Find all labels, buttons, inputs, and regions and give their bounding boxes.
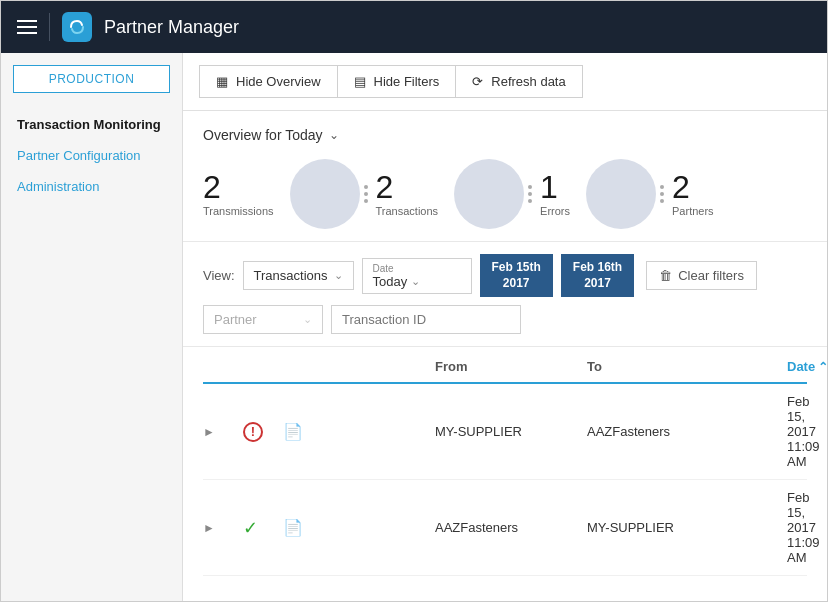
chevron-down-icon[interactable]: ⌄ [329, 128, 339, 142]
sort-asc-icon[interactable]: ⌃ [818, 360, 827, 374]
filter-row-1: View: Transactions ⌄ Date Today ⌄ Feb 15… [203, 254, 807, 297]
refresh-data-button[interactable]: ⟳ Refresh data [455, 65, 582, 98]
overview-title: Overview for Today ⌄ [203, 127, 807, 143]
table-row: ► ✓ 📄 AAZFasteners MY-SUPPLIER Feb 15, 2… [203, 480, 807, 576]
col-date[interactable]: Date [787, 359, 815, 374]
overview-metrics: 2 Transmissions 2 Transactions [203, 159, 807, 229]
sidebar: PRODUCTION Transaction Monitoring Partne… [1, 53, 183, 601]
transaction-id-input[interactable] [331, 305, 521, 334]
date-value-2: Feb 15, 2017 11:09 AM [787, 490, 807, 565]
doc-icon-1: 📄 [283, 422, 435, 441]
content-area: ▦ Hide Overview ▤ Hide Filters ⟳ Refresh… [183, 53, 827, 601]
view-dropdown[interactable]: Transactions ⌄ [243, 261, 354, 290]
date-value-1: Feb 15, 2017 11:09 AM [787, 394, 807, 469]
date-dropdown[interactable]: Date Today ⌄ [362, 258, 472, 294]
expand-arrow-2[interactable]: ► [203, 521, 243, 535]
table-row: ► ! 📄 MY-SUPPLIER AAZFasteners Feb 15, 2… [203, 384, 807, 480]
sidebar-item-administration[interactable]: Administration [1, 171, 182, 202]
top-bar: Partner Manager [1, 1, 827, 53]
filters-section: View: Transactions ⌄ Date Today ⌄ Feb 15… [183, 242, 827, 347]
table-section: From To Date ⌃ ► ! 📄 MY-SUPPLIER AAZFast… [183, 347, 827, 601]
col-doc [283, 359, 435, 374]
divider [49, 13, 50, 41]
table-header: From To Date ⌃ [203, 351, 807, 384]
filter-row-2: Partner ⌄ [203, 305, 807, 334]
sidebar-item-transaction-monitoring[interactable]: Transaction Monitoring [1, 109, 182, 140]
from-value-2: AAZFasteners [435, 520, 587, 535]
metric-errors: 1 Errors [540, 171, 570, 217]
chevron-down-icon: ⌄ [411, 275, 420, 288]
col-from: From [435, 359, 587, 374]
metric-circle-1 [290, 159, 360, 229]
metric-transactions: 2 Transactions [376, 171, 439, 217]
date-to-button[interactable]: Feb 16th 2017 [561, 254, 634, 297]
clear-filters-button[interactable]: 🗑 Clear filters [646, 261, 757, 290]
logo-icon [62, 12, 92, 42]
date-from-button[interactable]: Feb 15th 2017 [480, 254, 553, 297]
to-value-2: MY-SUPPLIER [587, 520, 787, 535]
toolbar: ▦ Hide Overview ▤ Hide Filters ⟳ Refresh… [183, 53, 827, 111]
status-error-icon: ! [243, 422, 263, 442]
main-area: PRODUCTION Transaction Monitoring Partne… [1, 53, 827, 601]
col-expand [203, 359, 243, 374]
trash-icon: 🗑 [659, 268, 672, 283]
status-ok-icon: ✓ [243, 517, 283, 539]
metric-partners: 2 Partners [672, 171, 714, 217]
col-to: To [587, 359, 787, 374]
metric-transmissions: 2 Transmissions [203, 171, 274, 217]
chevron-down-icon: ⌄ [334, 269, 343, 282]
hide-overview-button[interactable]: ▦ Hide Overview [199, 65, 337, 98]
to-value-1: AAZFasteners [587, 424, 787, 439]
overview-icon: ▦ [216, 74, 228, 89]
sidebar-nav: Transaction Monitoring Partner Configura… [1, 109, 182, 202]
sidebar-item-partner-configuration[interactable]: Partner Configuration [1, 140, 182, 171]
view-label: View: [203, 268, 235, 283]
col-status [243, 359, 283, 374]
from-value-1: MY-SUPPLIER [435, 424, 587, 439]
hide-filters-button[interactable]: ▤ Hide Filters [337, 65, 456, 98]
metric-circle-3 [586, 159, 656, 229]
menu-icon[interactable] [17, 20, 37, 34]
doc-icon-2: 📄 [283, 518, 435, 537]
env-button[interactable]: PRODUCTION [13, 65, 170, 93]
metric-circle-2 [454, 159, 524, 229]
filter-icon: ▤ [354, 74, 366, 89]
chevron-down-icon: ⌄ [303, 313, 312, 326]
app-title: Partner Manager [104, 17, 239, 38]
expand-arrow-1[interactable]: ► [203, 425, 243, 439]
overview-section: Overview for Today ⌄ 2 Transmissions [183, 111, 827, 242]
partner-dropdown[interactable]: Partner ⌄ [203, 305, 323, 334]
refresh-icon: ⟳ [472, 74, 483, 89]
